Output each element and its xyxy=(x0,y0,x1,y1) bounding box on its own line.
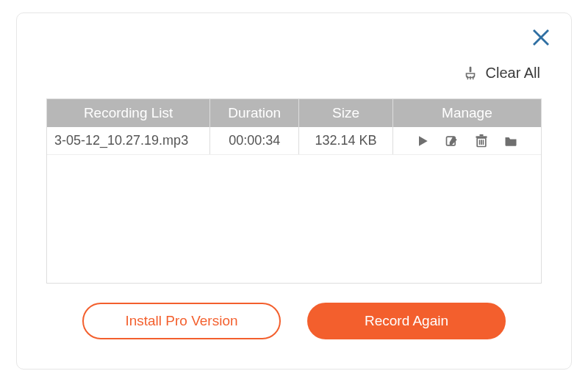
recording-table: Recording List Duration Size Manage 3-05… xyxy=(46,98,542,284)
footer-buttons: Install Pro Version Record Again xyxy=(17,303,571,339)
manage-icons xyxy=(398,134,537,148)
folder-icon xyxy=(503,134,518,148)
svg-rect-12 xyxy=(476,136,487,138)
clear-all-label[interactable]: Clear All xyxy=(486,65,540,82)
install-pro-label: Install Pro Version xyxy=(125,313,237,329)
trash-icon xyxy=(474,134,489,148)
svg-rect-13 xyxy=(480,134,484,136)
table-row[interactable]: 3-05-12_10.27.19.mp3 00:00:34 132.14 KB xyxy=(47,127,541,155)
table-header-row: Recording List Duration Size Manage xyxy=(47,99,541,127)
record-again-button[interactable]: Record Again xyxy=(307,303,506,339)
cell-filename: 3-05-12_10.27.19.mp3 xyxy=(47,127,210,155)
header-manage: Manage xyxy=(392,99,541,127)
cell-size: 132.14 KB xyxy=(299,127,393,155)
play-button[interactable] xyxy=(415,134,430,148)
cell-duration: 00:00:34 xyxy=(210,127,299,155)
delete-button[interactable] xyxy=(474,134,489,148)
header-recording-list: Recording List xyxy=(47,99,210,127)
edit-icon xyxy=(445,134,459,148)
svg-marker-6 xyxy=(419,136,428,145)
header-duration: Duration xyxy=(210,99,299,127)
svg-rect-2 xyxy=(469,66,471,71)
cell-manage xyxy=(392,127,541,155)
install-pro-button[interactable]: Install Pro Version xyxy=(82,303,281,339)
broom-icon xyxy=(462,65,478,82)
open-folder-button[interactable] xyxy=(503,134,518,148)
clear-all-button[interactable] xyxy=(462,65,478,82)
header-size: Size xyxy=(299,99,393,127)
play-icon xyxy=(415,134,430,148)
record-again-label: Record Again xyxy=(365,313,448,329)
close-icon xyxy=(530,26,552,48)
recording-dialog: Clear All Recording List Duration Size M… xyxy=(16,12,572,370)
toolbar: Clear All xyxy=(462,65,540,82)
close-button[interactable] xyxy=(530,26,552,48)
edit-button[interactable] xyxy=(445,134,459,148)
